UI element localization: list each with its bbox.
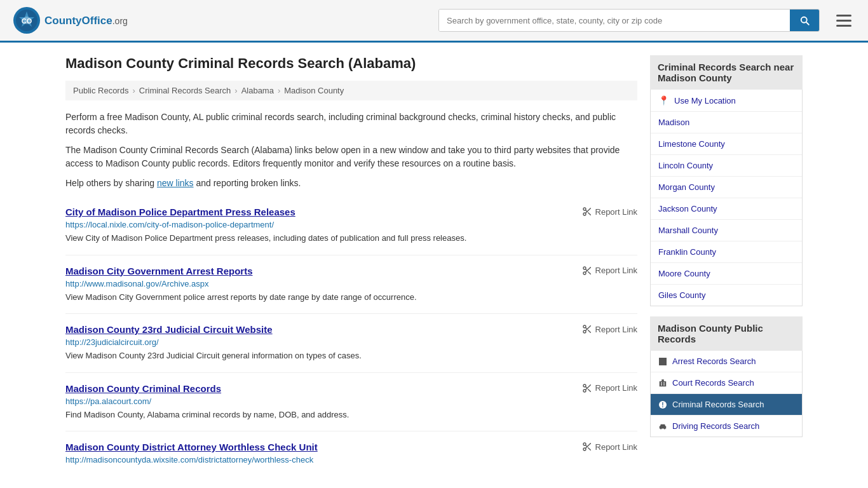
record-title: City of Madison Police Department Press … <box>65 207 295 217</box>
breadcrumb-public-records[interactable]: Public Records <box>73 86 128 95</box>
public-records-title: Madison County Public Records <box>650 316 803 351</box>
search-icon <box>799 15 810 26</box>
nearby-link[interactable]: 📍Use My Location <box>651 90 802 111</box>
breadcrumb-madison-county[interactable]: Madison County <box>284 86 344 95</box>
report-link-button[interactable]: Report Link <box>582 442 637 452</box>
hamburger-menu-button[interactable] <box>832 11 855 30</box>
record-title: Madison City Government Arrest Reports <box>65 266 253 276</box>
nearby-item: Madison <box>651 112 802 133</box>
logo[interactable]: CO CountyOffice.org <box>13 6 128 34</box>
record-desc: View City of Madison Police Department p… <box>65 232 637 245</box>
nearby-label: Moore County <box>658 269 710 278</box>
scissors-icon <box>582 442 592 452</box>
description-para-3: Help others by sharing new links and rep… <box>65 177 637 190</box>
nearby-link[interactable]: Franklin County <box>651 241 802 262</box>
report-link-label: Report Link <box>595 207 637 217</box>
search-input[interactable] <box>439 10 790 31</box>
nearby-label: Lincoln County <box>658 161 713 170</box>
nearby-link[interactable]: Giles County <box>651 285 802 306</box>
public-records-link[interactable]: Driving Records Search <box>651 416 802 437</box>
svg-line-28 <box>588 448 590 451</box>
record-link[interactable]: Madison County Criminal Records <box>65 383 221 394</box>
svg-line-13 <box>588 271 590 274</box>
nearby-item: Jackson County <box>651 198 802 220</box>
nearby-link[interactable]: Marshall County <box>651 220 802 241</box>
breadcrumb-sep: › <box>278 86 280 95</box>
public-records-item: Court Records Search <box>651 372 802 394</box>
svg-point-40 <box>664 428 665 429</box>
description-para-2: The Madison County Criminal Records Sear… <box>65 144 637 170</box>
svg-point-39 <box>660 428 661 429</box>
record-link[interactable]: Madison County District Attorney Worthle… <box>65 442 318 452</box>
public-records-link[interactable]: !Criminal Records Search <box>651 394 802 415</box>
location-pin-icon: 📍 <box>658 95 669 105</box>
square-icon <box>658 357 667 366</box>
record-link[interactable]: Madison City Government Arrest Reports <box>65 266 253 276</box>
exclamation-icon: ! <box>658 400 667 409</box>
svg-rect-35 <box>661 384 662 385</box>
nearby-title: Criminal Records Search near Madison Cou… <box>650 55 803 90</box>
nearby-link[interactable]: Lincoln County <box>651 155 802 176</box>
record-item: Madison County District Attorney Worthle… <box>65 431 637 477</box>
svg-line-29 <box>585 445 587 447</box>
record-desc: View Madison County 23rd Judicial Circui… <box>65 349 637 362</box>
public-records-label: Criminal Records Search <box>672 400 764 409</box>
nearby-link[interactable]: Jackson County <box>651 198 802 219</box>
record-item: Madison City Government Arrest Reports R… <box>65 255 637 315</box>
svg-line-19 <box>585 327 587 329</box>
svg-rect-33 <box>661 382 662 383</box>
logo-text: CountyOffice.org <box>44 14 128 27</box>
nearby-item: 📍Use My Location <box>651 90 802 112</box>
nearby-label: Giles County <box>658 290 705 300</box>
scissors-icon <box>582 266 592 276</box>
svg-line-18 <box>588 330 590 333</box>
nearby-item: Lincoln County <box>651 155 802 177</box>
svg-rect-32 <box>661 379 664 381</box>
record-item: Madison County Criminal Records Report L… <box>65 373 637 432</box>
record-url: https://pa.alacourt.com/ <box>65 396 637 406</box>
new-links-link[interactable]: new links <box>157 178 194 188</box>
nearby-label: Franklin County <box>658 247 716 257</box>
record-title: Madison County Criminal Records <box>65 383 221 394</box>
public-records-item: !Criminal Records Search <box>651 394 802 416</box>
nearby-item: Giles County <box>651 285 802 306</box>
breadcrumb-alabama[interactable]: Alabama <box>241 86 274 95</box>
report-link-button[interactable]: Report Link <box>582 383 637 393</box>
description-para-1: Perform a free Madison County, AL public… <box>65 111 637 137</box>
public-records-list: Arrest Records SearchCourt Records Searc… <box>650 351 803 437</box>
record-title: Madison County 23rd Judicial Circuit Web… <box>65 324 273 335</box>
report-link-label: Report Link <box>595 266 637 275</box>
svg-rect-36 <box>663 384 665 385</box>
report-link-button[interactable]: Report Link <box>582 266 637 276</box>
search-button[interactable] <box>790 10 819 31</box>
nearby-item: Franklin County <box>651 241 802 263</box>
nearby-item: Limestone County <box>651 133 802 155</box>
record-link[interactable]: City of Madison Police Department Press … <box>65 207 295 217</box>
car-icon <box>658 422 667 431</box>
public-records-link[interactable]: Arrest Records Search <box>651 351 802 372</box>
public-records-link[interactable]: Court Records Search <box>651 372 802 393</box>
breadcrumb-sep: › <box>132 86 135 95</box>
nearby-label: Jackson County <box>658 204 717 214</box>
record-item: City of Madison Police Department Press … <box>65 196 637 255</box>
svg-line-24 <box>585 386 587 388</box>
nearby-link[interactable]: Morgan County <box>651 177 802 198</box>
record-link[interactable]: Madison County 23rd Judicial Circuit Web… <box>65 324 273 335</box>
breadcrumb-criminal-records-search[interactable]: Criminal Records Search <box>139 86 231 95</box>
report-link-label: Report Link <box>595 325 637 334</box>
record-url: http://23judicialcircuit.org/ <box>65 337 637 347</box>
report-link-button[interactable]: Report Link <box>582 324 637 334</box>
svg-text:!: ! <box>661 402 663 409</box>
nearby-link[interactable]: Limestone County <box>651 133 802 154</box>
nearby-link[interactable]: Madison <box>651 112 802 133</box>
record-desc: Find Madison County, Alabama criminal re… <box>65 409 637 421</box>
records-list: City of Madison Police Department Press … <box>65 196 637 477</box>
svg-rect-31 <box>660 381 667 386</box>
nearby-label: Use My Location <box>674 96 736 105</box>
nearby-link[interactable]: Moore County <box>651 263 802 284</box>
menu-line <box>836 25 851 27</box>
scissors-icon <box>582 383 592 393</box>
svg-line-8 <box>588 213 590 215</box>
scissors-icon <box>582 324 592 334</box>
report-link-button[interactable]: Report Link <box>582 207 637 217</box>
